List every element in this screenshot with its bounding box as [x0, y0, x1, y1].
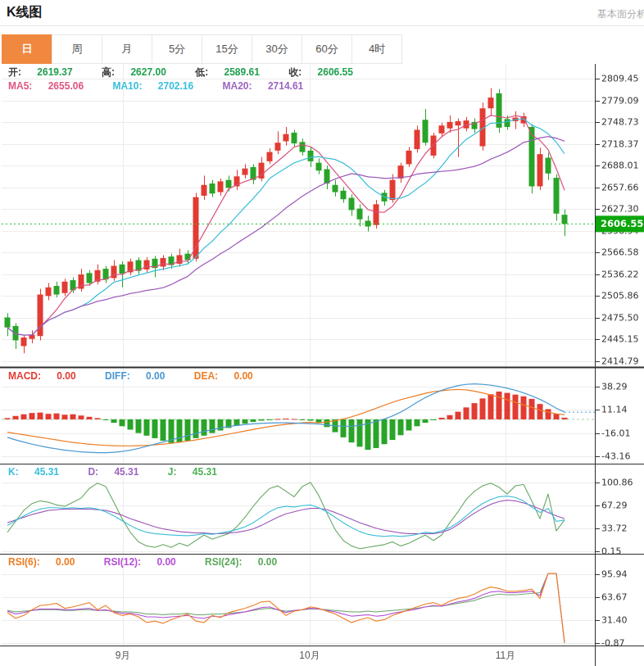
diff-value: 0.00: [146, 370, 165, 382]
rsi24-value: 0.00: [258, 556, 277, 568]
rsi12-label: RSI(12):: [104, 556, 141, 568]
rsi6-value: 0.00: [56, 556, 75, 568]
d-label: D:: [88, 466, 98, 478]
open-label: 开:: [8, 66, 21, 78]
k-label: K:: [8, 466, 19, 478]
rsi12-value: 0.00: [156, 556, 175, 568]
rsi24-label: RSI(24):: [205, 556, 242, 568]
kdj-legend: K: 45.31 D: 45.31 J: 45.31: [8, 466, 243, 478]
high-value: 2627.00: [130, 66, 166, 78]
close-label: 收:: [288, 66, 302, 78]
tab-5min[interactable]: 5分: [152, 34, 202, 64]
fundamental-analysis-link[interactable]: 基本面分析: [597, 7, 644, 21]
kline-app: K线图 基本面分析 日 周 月 5分 15分 30分 60分 4时 开: 261…: [0, 0, 644, 666]
j-label: J:: [168, 466, 177, 478]
ma5-value: 2655.06: [48, 80, 84, 92]
low-value: 2589.61: [224, 66, 260, 78]
ohlc-legend: 开: 2619.37 高: 2627.00 低: 2589.61 收: 2606…: [8, 66, 379, 79]
header: K线图 基本面分析: [0, 0, 644, 26]
tab-month[interactable]: 月: [102, 34, 152, 64]
macd-label: MACD:: [8, 370, 41, 382]
tab-4hour[interactable]: 4时: [351, 34, 402, 64]
open-value: 2619.37: [37, 66, 72, 78]
page-title: K线图: [7, 4, 43, 21]
macd-value: 0.00: [57, 370, 75, 382]
ma10-value: 2702.16: [158, 80, 193, 92]
period-tabs: 日 周 月 5分 15分 30分 60分 4时: [2, 34, 402, 64]
macd-legend: MACD: 0.00 DIFF: 0.00 DEA: 0.00: [8, 370, 279, 382]
dea-value: 0.00: [234, 370, 252, 382]
dea-label: DEA:: [194, 370, 218, 382]
j-value: 45.31: [193, 466, 217, 478]
close-value: 2606.55: [318, 66, 353, 78]
tab-30min[interactable]: 30分: [252, 34, 302, 64]
x-axis-label-nov: 11月: [496, 649, 515, 663]
tab-60min[interactable]: 60分: [302, 34, 352, 64]
low-label: 低:: [195, 66, 208, 78]
high-label: 高:: [102, 66, 115, 78]
tab-day[interactable]: 日: [2, 34, 52, 64]
tab-15min[interactable]: 15分: [202, 34, 252, 64]
k-value: 45.31: [34, 466, 59, 478]
d-value: 45.31: [114, 466, 138, 478]
x-axis-label-sep: 9月: [116, 649, 131, 663]
diff-label: DIFF:: [105, 370, 130, 382]
rsi-legend: RSI(6): 0.00 RSI(12): 0.00 RSI(24): 0.00: [8, 556, 303, 568]
ma-legend: MA5: 2655.06 MA10: 2702.16 MA20: 2714.61: [8, 80, 329, 92]
ma20-label: MA20:: [223, 80, 252, 92]
tab-week[interactable]: 周: [52, 34, 102, 64]
x-axis-label-oct: 10月: [299, 649, 320, 663]
ma5-label: MA5:: [8, 80, 32, 92]
rsi6-label: RSI(6):: [8, 556, 40, 568]
ma10-label: MA10:: [112, 80, 142, 92]
ma20-value: 2714.61: [268, 80, 303, 92]
